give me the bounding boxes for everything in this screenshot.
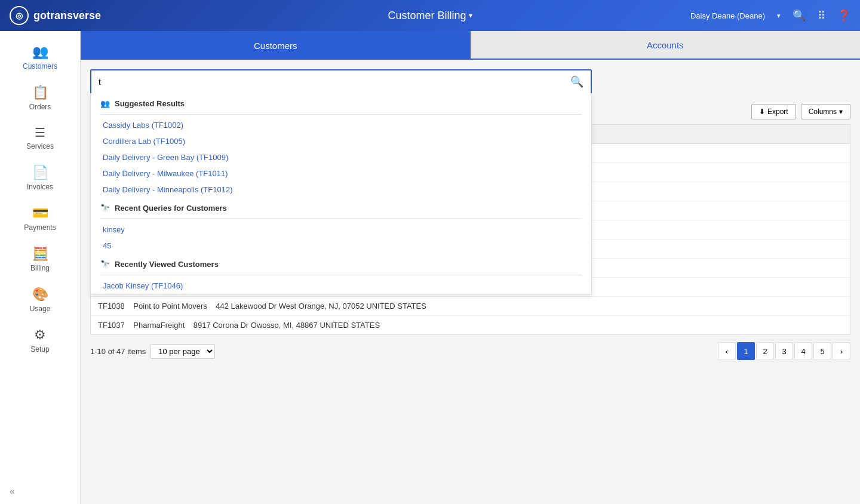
tab-customers[interactable]: Customers [81, 31, 471, 60]
sidebar-collapse-button[interactable]: « [0, 479, 22, 504]
tab-accounts-label: Accounts [647, 40, 684, 50]
search-container: 🔍 👥 Suggested Results Cassidy Labs (TF10… [90, 69, 850, 94]
nav-title-arrow: ▾ [469, 11, 472, 20]
pagination-info: 1-10 of 47 items 10 per page [90, 344, 215, 359]
pagination-summary: 1-10 of 47 items [90, 347, 146, 356]
cell-id: TF1037 [98, 321, 125, 330]
content-area: Customers Accounts 🔍 👥 Suggested Results [81, 31, 860, 504]
usage-icon: 🎨 [32, 287, 48, 302]
suggested-item-4[interactable]: Daily Delivery - Minneapolis (TF1012) [91, 182, 591, 198]
recent-icon: 🔭 [100, 204, 110, 213]
search-icon[interactable]: 🔍 [793, 9, 806, 22]
recently-viewed-item-0[interactable]: Jacob Kinsey (TF1046) [91, 278, 591, 294]
sidebar-label-orders: Orders [29, 103, 51, 111]
pagination: 1-10 of 47 items 10 per page ‹ 1 2 3 4 5… [90, 335, 850, 367]
invoices-icon: 📄 [32, 165, 48, 180]
suggested-icon: 👥 [100, 99, 110, 108]
columns-button[interactable]: Columns ▾ [801, 104, 850, 119]
page-prev-button[interactable]: ‹ [718, 342, 736, 360]
recently-viewed-icon: 🔭 [100, 260, 110, 269]
divider-3 [100, 275, 582, 275]
search-button[interactable]: 🔍 [563, 70, 591, 93]
export-button[interactable]: ⬇ Export [751, 104, 796, 119]
sidebar-item-services[interactable]: ☰ Services [0, 118, 80, 158]
nav-title-text: Customer Billing [388, 10, 466, 22]
table-row[interactable]: TF1037 PharmaFreight 8917 Corona Dr Owos… [91, 316, 850, 335]
suggested-item-3[interactable]: Daily Delivery - Milwaukee (TF1011) [91, 165, 591, 182]
export-label: Export [767, 107, 788, 116]
columns-label: Columns [809, 107, 837, 116]
suggested-item-1[interactable]: Cordillera Lab (TF1005) [91, 133, 591, 149]
sidebar-label-invoices: Invoices [27, 183, 53, 191]
sidebar-label-setup: Setup [30, 345, 49, 354]
nav-right: Daisy Deane (Deane) ▾ 🔍 ⠿ ❓ [690, 9, 850, 22]
recent-queries-header: 🔭 Recent Queries for Customers [91, 198, 591, 216]
user-arrow: ▾ [777, 12, 781, 20]
cell-row9: TF1038 Point to Point Movers 442 Lakewoo… [91, 297, 850, 316]
divider-2 [100, 219, 582, 219]
tab-accounts[interactable]: Accounts [471, 31, 861, 60]
page-1-button[interactable]: 1 [737, 342, 755, 360]
sidebar-label-customers: Customers [23, 62, 57, 70]
sidebar-item-setup[interactable]: ⚙ Setup [0, 320, 80, 361]
sidebar-label-payments: Payments [24, 223, 56, 232]
sidebar-item-customers[interactable]: 👥 Customers [0, 37, 80, 78]
cell-address: 8917 Corona Dr Owosso, MI, 48867 UNITED … [194, 321, 380, 330]
recent-item-1[interactable]: 45 [91, 238, 591, 254]
suggested-results-header: 👥 Suggested Results [91, 93, 591, 112]
export-icon: ⬇ [759, 107, 765, 116]
grid-icon[interactable]: ⠿ [818, 9, 825, 22]
sidebar-label-usage: Usage [30, 305, 51, 313]
cell-row10: TF1037 PharmaFreight 8917 Corona Dr Owos… [91, 316, 850, 335]
cell-name: Point to Point Movers [133, 302, 207, 311]
help-icon[interactable]: ❓ [837, 9, 850, 22]
app-logo[interactable]: ◎ gotransverse [10, 6, 101, 25]
app-name: gotransverse [33, 10, 101, 22]
tab-customers-label: Customers [254, 41, 297, 51]
nav-title[interactable]: Customer Billing ▾ [388, 10, 472, 22]
main-layout: 👥 Customers 📋 Orders ☰ Services 📄 Invoic… [0, 31, 860, 504]
billing-icon: 🧮 [32, 246, 48, 262]
pagination-pages: ‹ 1 2 3 4 5 › [718, 342, 850, 360]
page-3-button[interactable]: 3 [775, 342, 793, 360]
page-2-button[interactable]: 2 [756, 342, 774, 360]
customers-icon: 👥 [32, 44, 48, 60]
search-dropdown: 👥 Suggested Results Cassidy Labs (TF1002… [90, 93, 592, 294]
setup-icon: ⚙ [34, 327, 46, 343]
divider-1 [100, 114, 582, 115]
cell-name: PharmaFreight [133, 321, 185, 330]
page-next-button[interactable]: › [833, 342, 850, 360]
cell-address: 442 Lakewood Dr West Orange, NJ, 07052 U… [216, 302, 426, 311]
sidebar-item-orders[interactable]: 📋 Orders [0, 78, 80, 118]
suggested-results-label: Suggested Results [115, 99, 185, 108]
sidebar-label-services: Services [26, 142, 54, 150]
search-bar: 🔍 [90, 69, 592, 94]
search-input[interactable] [91, 70, 563, 93]
sidebar-item-invoices[interactable]: 📄 Invoices [0, 158, 80, 198]
orders-icon: 📋 [32, 85, 48, 100]
suggested-item-0[interactable]: Cassidy Labs (TF1002) [91, 117, 591, 133]
page-4-button[interactable]: 4 [794, 342, 812, 360]
tabs-bar: Customers Accounts [81, 31, 860, 60]
services-icon: ☰ [35, 125, 45, 140]
suggested-item-2[interactable]: Daily Delivery - Green Bay (TF1009) [91, 149, 591, 165]
payments-icon: 💳 [32, 205, 48, 221]
columns-arrow: ▾ [839, 107, 843, 116]
recent-item-0[interactable]: kinsey [91, 222, 591, 238]
recently-viewed-label: Recently Viewed Customers [115, 260, 219, 269]
page-5-button[interactable]: 5 [813, 342, 831, 360]
content-body: 🔍 👥 Suggested Results Cassidy Labs (TF10… [81, 60, 860, 504]
table-row[interactable]: TF1038 Point to Point Movers 442 Lakewoo… [91, 297, 850, 316]
sidebar-item-billing[interactable]: 🧮 Billing [0, 239, 80, 279]
recent-queries-label: Recent Queries for Customers [115, 204, 227, 213]
cell-id: TF1038 [98, 302, 125, 311]
top-navigation: ◎ gotransverse Customer Billing ▾ Daisy … [0, 0, 860, 31]
user-menu[interactable]: Daisy Deane (Deane) [690, 11, 765, 20]
sidebar-item-payments[interactable]: 💳 Payments [0, 198, 80, 239]
sidebar-item-usage[interactable]: 🎨 Usage [0, 279, 80, 320]
recently-viewed-header: 🔭 Recently Viewed Customers [91, 254, 591, 272]
per-page-select[interactable]: 10 per page [150, 344, 215, 359]
sidebar-label-billing: Billing [30, 264, 50, 272]
sidebar: 👥 Customers 📋 Orders ☰ Services 📄 Invoic… [0, 31, 81, 504]
logo-icon: ◎ [10, 6, 29, 25]
